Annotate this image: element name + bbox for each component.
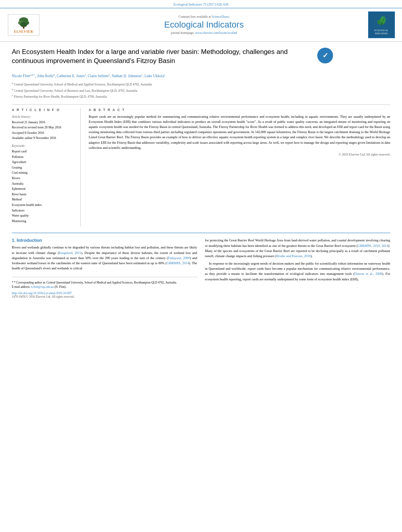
article-history-label: Article history: [12, 115, 74, 119]
copyright: © 2016 Elsevier Ltd. All rights reserved… [89, 153, 390, 156]
elsevier-logo: ELSEVIER [6, 14, 41, 36]
article-history: Article history: Received 21 January 201… [12, 115, 74, 141]
elsevier-text: ELSEVIER [14, 30, 33, 33]
sciencedirect-link[interactable]: ScienceDirect [212, 15, 229, 19]
crossmark-badge: ✓ [317, 48, 333, 63]
keyword-report-card: Report card [12, 149, 74, 154]
body-two-col: 1. Introduction Rivers and wetlands glob… [12, 238, 390, 298]
keyword-ephemeral: Ephemeral [12, 186, 74, 192]
affiliation-b: b Central Queensland University, School … [12, 87, 390, 93]
svg-text:✓: ✓ [322, 52, 328, 59]
keyword-agriculture: Agriculture [12, 159, 74, 165]
keyword-grazing: Grazing [12, 165, 74, 171]
affiliation-a: a Central Queensland University, School … [12, 81, 390, 87]
elsevier-tree-icon [16, 17, 32, 29]
journal-title: Ecological Indicators [45, 20, 363, 30]
journal-homepage-link[interactable]: www.elsevier.com/locate/ecolind [195, 31, 237, 35]
journal-header: ELSEVIER Contents lists available at Sci… [0, 8, 402, 42]
keyword-indicators: Indicators [12, 208, 74, 213]
intro-text-right: for protecting the Great Barrier Reef Wo… [205, 238, 390, 282]
keyword-river-basin: River basin [12, 192, 74, 197]
email-link[interactable]: n.flint@cqu.edu.au [31, 285, 54, 289]
article-content: An Ecosystem Health Index for a large an… [0, 42, 402, 304]
keyword-rivers: Rivers [12, 176, 74, 181]
main-body: 1. Introduction Rivers and wetlands glob… [12, 233, 390, 298]
available-date: Available online 9 November 2016 [12, 135, 74, 141]
keyword-ehi: Ecosystem health index [12, 202, 74, 208]
crossmark-icon: ✓ [318, 48, 333, 63]
abstract-column: A B S T R A C T Report cards are an incr… [89, 108, 390, 227]
journal-reference: Ecological Indicators 73 (2017) 626–636 [0, 0, 402, 8]
svg-rect-4 [23, 26, 24, 28]
abstract-text: Report cards are an increasingly popular… [89, 114, 390, 150]
affiliation-c: c Fitzroy Partnership for River Health, … [12, 93, 390, 99]
keyword-method: Method [12, 197, 74, 202]
keyword-coal-mining: Coal mining [12, 170, 74, 176]
elsevier-logo-box: ELSEVIER [8, 14, 39, 36]
keyword-water-quality: Water quality [12, 213, 74, 219]
intro-heading: 1. Introduction [12, 238, 197, 243]
article-info-label: A R T I C L E I N F O [12, 108, 74, 112]
keyword-pollution: Pollution [12, 154, 74, 160]
eco-circle-svg [374, 14, 388, 28]
article-info-column: A R T I C L E I N F O Article history: R… [12, 108, 81, 227]
journal-homepage: journal homepage: www.elsevier.com/locat… [45, 31, 363, 35]
eco-logo-box: ECOLOGICAL INDICATORS [368, 11, 395, 38]
abstract-label: A B S T R A C T [89, 108, 390, 112]
article-info-abstract: A R T I C L E I N F O Article history: R… [12, 108, 390, 227]
received-revised-date: Received in revised form 28 May 2016 [12, 125, 74, 130]
authors-line: Nicole Flinta,b,*, John Rolfeb, Catherin… [12, 73, 390, 79]
svg-point-3 [20, 22, 27, 27]
keywords-group: Keywords: Report card Pollution Agricult… [12, 144, 74, 224]
body-right-col: for protecting the Great Barrier Reef Wo… [205, 238, 390, 298]
affiliations: a Central Queensland University, School … [12, 81, 390, 99]
eco-indicators-logo: ECOLOGICAL INDICATORS [367, 11, 396, 38]
accepted-date: Accepted 8 October 2016 [12, 130, 74, 136]
svg-point-7 [380, 16, 386, 23]
separator-1 [12, 104, 390, 105]
keyword-australia: Australia [12, 181, 74, 187]
body-left-col: 1. Introduction Rivers and wetlands glob… [12, 238, 197, 298]
article-title: An Ecosystem Health Index for a large an… [12, 48, 307, 66]
doi-link[interactable]: http://dx.doi.org/10.1016/j.ecolind.2016… [12, 291, 197, 295]
intro-text-left: Rivers and wetlands globally continue to… [12, 245, 197, 271]
journal-name-center: Contents lists available at ScienceDirec… [45, 15, 363, 35]
eco-logo-text: ECOLOGICAL INDICATORS [370, 29, 393, 35]
footnote-text: * * Corresponding author at: Central Que… [12, 280, 197, 289]
eco-logo-circle-icon [374, 14, 388, 28]
received-date: Received 21 January 2016 [12, 120, 74, 125]
rights-text: 1470-160X/© 2016 Elsevier Ltd. All right… [12, 295, 197, 298]
keyword-monitoring: Monitoring [12, 219, 74, 224]
contents-link: Contents lists available at ScienceDirec… [45, 15, 363, 19]
footnote-section: * * Corresponding author at: Central Que… [12, 277, 197, 298]
keywords-label: Keywords: [12, 144, 74, 148]
